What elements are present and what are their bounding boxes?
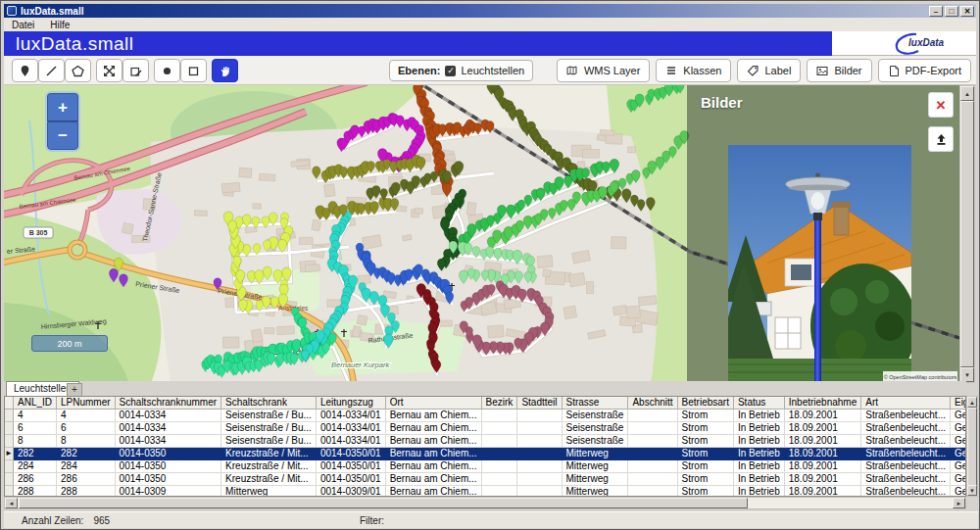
table-cell[interactable]: 18.09.2001 [784, 410, 861, 422]
move-tool-button[interactable] [96, 59, 122, 82]
table-cell[interactable]: 0014-0350/01 [316, 473, 385, 486]
column-header-strasse[interactable]: Strasse [562, 397, 628, 410]
table-cell[interactable]: 18.09.2001 [784, 422, 861, 435]
table-cell[interactable]: Straßenbeleucht... [861, 435, 951, 448]
scroll-left-icon[interactable]: ◄ [5, 498, 18, 508]
table-cell[interactable] [517, 435, 562, 448]
column-header-lpnummer[interactable]: LPNummer [57, 397, 116, 410]
row-header[interactable] [5, 435, 14, 448]
table-cell[interactable] [481, 486, 517, 498]
table-cell[interactable] [628, 460, 677, 473]
table-cell[interactable] [481, 473, 517, 486]
table-cell[interactable] [517, 460, 562, 473]
table-cell[interactable]: 18.09.2001 [784, 473, 861, 486]
table-cell[interactable]: 284 [14, 460, 57, 473]
table-cell[interactable]: 8 [14, 435, 57, 448]
bilder-button[interactable]: Bilder [807, 59, 871, 82]
table-cell[interactable]: 18.09.2001 [784, 460, 861, 473]
table-cell[interactable]: In Betrieb [733, 473, 784, 486]
label-button[interactable]: Label [737, 59, 801, 82]
table-cell[interactable]: In Betrieb [733, 422, 784, 435]
marker-tool-button[interactable] [12, 59, 38, 82]
hand-tool-button[interactable] [212, 59, 238, 82]
table-cell[interactable] [628, 435, 677, 448]
table-cell[interactable]: In Betrieb [733, 410, 784, 422]
table-cell[interactable]: 0014-0350 [115, 460, 220, 473]
table-cell[interactable]: 0014-0334/01 [316, 435, 385, 448]
klassen-button[interactable]: Klassen [656, 59, 731, 82]
table-cell[interactable]: In Betrieb [733, 448, 784, 460]
table-cell[interactable]: Seisenstraße / Bu... [221, 422, 317, 435]
table-cell[interactable]: 286 [14, 473, 57, 486]
table-cell[interactable]: 0014-0350/01 [316, 460, 385, 473]
data-grid[interactable]: ANL_IDLPNummerSchaltschranknummerSchalts… [4, 396, 966, 497]
table-cell[interactable]: 0014-0350 [115, 473, 220, 486]
table-cell[interactable]: Kreuzstraße / Mit... [221, 448, 317, 460]
table-cell[interactable]: In Betrieb [733, 460, 784, 473]
row-header[interactable] [5, 422, 14, 435]
table-cell[interactable]: 18.09.2001 [784, 486, 861, 498]
column-header-inbetriebnahme[interactable]: Inbetriebnahme [784, 397, 861, 410]
table-row[interactable]: 880014-0334Seisenstraße / Bu...0014-0334… [5, 435, 966, 448]
layer-checkbox[interactable]: ✓ [445, 66, 456, 76]
table-cell[interactable]: In Betrieb [733, 486, 784, 498]
rectangle-tool-button[interactable] [180, 59, 207, 82]
table-cell[interactable] [628, 410, 677, 422]
map-view[interactable]: Bernau am ChiemseeBernau am ChiemseeB 30… [4, 85, 959, 383]
table-cell[interactable]: 6 [57, 422, 116, 435]
column-header-art[interactable]: Art [861, 397, 951, 410]
add-tab-button[interactable]: + [67, 383, 82, 396]
table-cell[interactable]: Bernau am Chiem... [385, 435, 481, 448]
polygon-tool-button[interactable] [65, 59, 91, 82]
wms-layer-button[interactable]: WMS Layer [557, 59, 650, 82]
table-cell[interactable]: Seisenstraße / Bu... [221, 435, 317, 448]
table-cell[interactable]: Straßenbeleucht... [861, 473, 951, 486]
table-cell[interactable]: Strom [677, 473, 733, 486]
table-cell[interactable]: Bernau am Chiem... [385, 410, 481, 422]
table-cell[interactable]: In Betrieb [733, 435, 784, 448]
table-cell[interactable]: 0014-0334/01 [316, 422, 385, 435]
table-cell[interactable]: Mitterweg [562, 473, 628, 486]
table-cell[interactable]: Kreuzstraße / Mit... [221, 460, 317, 473]
table-cell[interactable]: Mitterweg [221, 486, 317, 498]
close-button[interactable]: ✕ [960, 6, 974, 17]
table-cell[interactable]: Bernau am Chiem... [385, 422, 481, 435]
table-cell[interactable]: Straßenbeleucht... [861, 486, 951, 498]
table-cell[interactable]: 18.09.2001 [784, 435, 861, 448]
table-cell[interactable]: Seisenstraße [562, 422, 628, 435]
scroll-up-icon[interactable]: ▲ [967, 397, 977, 408]
scroll-down-icon[interactable]: ▼ [967, 485, 977, 496]
table-cell[interactable]: Gemeinde Prien [950, 410, 966, 422]
table-row[interactable]: 2862860014-0350Kreuzstraße / Mit...0014-… [5, 473, 966, 486]
grid-vscroll-thumb[interactable] [967, 408, 977, 486]
minimize-button[interactable]: – [929, 6, 943, 17]
table-cell[interactable] [481, 422, 517, 435]
table-cell[interactable]: 6 [14, 422, 57, 435]
scroll-up-icon[interactable]: ▲ [960, 86, 974, 101]
menu-item-hilfe[interactable]: Hilfe [42, 20, 77, 30]
table-cell[interactable] [628, 473, 677, 486]
zoom-out-button[interactable]: − [47, 121, 78, 150]
table-cell[interactable]: Seisenstraße [562, 435, 628, 448]
table-cell[interactable]: Bernau am Chiem... [385, 460, 481, 473]
table-cell[interactable] [481, 460, 517, 473]
table-cell[interactable] [517, 410, 562, 422]
table-cell[interactable]: Seisenstraße [562, 410, 628, 422]
selected-row-indicator[interactable]: ► [5, 448, 14, 460]
table-cell[interactable]: 8 [57, 435, 116, 448]
table-cell[interactable]: Mitterweg [562, 448, 628, 460]
table-cell[interactable]: Strom [677, 460, 733, 473]
table-cell[interactable] [517, 422, 562, 435]
scroll-right-icon[interactable]: ► [953, 498, 965, 508]
table-cell[interactable]: Strom [677, 486, 733, 498]
table-cell[interactable] [628, 422, 677, 435]
column-header-bezirk[interactable]: Bezirk [481, 397, 517, 410]
column-header-stadtteil[interactable]: Stadtteil [517, 397, 562, 410]
row-header[interactable] [5, 486, 14, 498]
table-cell[interactable]: 0014-0309/01 [316, 486, 385, 498]
table-cell[interactable]: Straßenbeleucht... [861, 410, 951, 422]
table-cell[interactable]: Seisenstraße / Bu... [221, 410, 317, 422]
table-cell[interactable]: 4 [57, 410, 116, 422]
column-header-schaltschrank[interactable]: Schaltschrank [221, 397, 317, 410]
column-header-betriebsart[interactable]: Betriebsart [677, 397, 733, 410]
